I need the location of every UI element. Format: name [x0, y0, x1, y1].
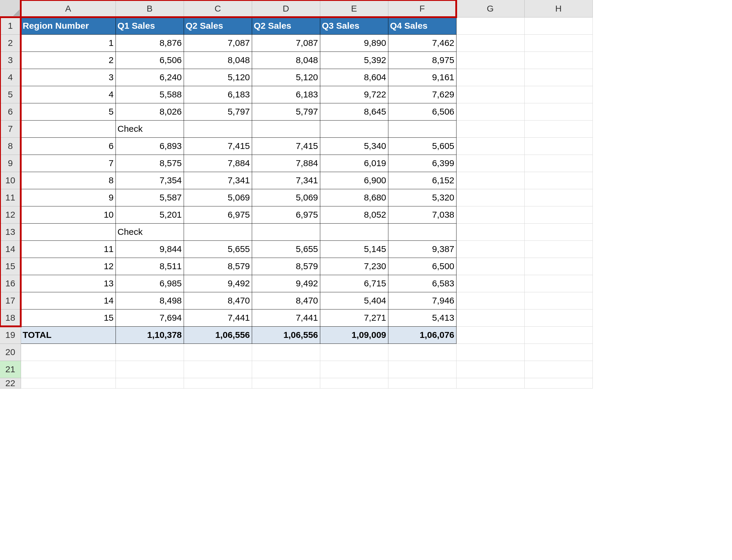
cell-C4[interactable]: 5,120 — [184, 69, 252, 86]
cell-D4[interactable]: 5,120 — [252, 69, 320, 86]
cell-E21[interactable] — [320, 361, 388, 378]
cell-B8[interactable]: 6,893 — [115, 137, 184, 155]
cell-A3[interactable]: 2 — [21, 52, 115, 69]
cell-H20[interactable] — [524, 344, 593, 361]
cell-F10[interactable]: 6,152 — [388, 172, 456, 189]
row-header-19[interactable]: 19 — [0, 326, 21, 344]
cell-G17[interactable] — [456, 292, 524, 309]
row-header-1[interactable]: 1 — [0, 17, 21, 34]
cell-F14[interactable]: 9,387 — [388, 240, 456, 258]
cell-C14[interactable]: 5,655 — [184, 240, 252, 258]
cell-C10[interactable]: 7,341 — [184, 172, 252, 189]
cell-D7[interactable] — [252, 120, 320, 137]
cell-G21[interactable] — [456, 361, 524, 378]
cell-H16[interactable] — [524, 275, 593, 292]
cell-G14[interactable] — [456, 240, 524, 258]
cell-B14[interactable]: 9,844 — [115, 240, 184, 258]
cell-A21[interactable] — [21, 361, 115, 378]
cell-H10[interactable] — [524, 172, 593, 189]
cell-H4[interactable] — [524, 69, 593, 86]
cell-C21[interactable] — [184, 361, 252, 378]
row-header-7[interactable]: 7 — [0, 120, 21, 137]
cell-D18[interactable]: 7,441 — [252, 309, 320, 326]
cell-G19[interactable] — [456, 326, 524, 344]
cell-G13[interactable] — [456, 223, 524, 240]
cell-C6[interactable]: 5,797 — [184, 103, 252, 120]
cell-C7[interactable] — [184, 120, 252, 137]
cell-F3[interactable]: 8,975 — [388, 52, 456, 69]
cell-G7[interactable] — [456, 120, 524, 137]
cell-D8[interactable]: 7,415 — [252, 137, 320, 155]
column-header-D[interactable]: D — [252, 0, 320, 17]
cell-H18[interactable] — [524, 309, 593, 326]
cell-D11[interactable]: 5,069 — [252, 189, 320, 206]
cell-B7[interactable]: Check — [115, 120, 184, 137]
cell-D12[interactable]: 6,975 — [252, 206, 320, 223]
cell-A15[interactable]: 12 — [21, 258, 115, 275]
cell-B11[interactable]: 5,587 — [115, 189, 184, 206]
cell-B15[interactable]: 8,511 — [115, 258, 184, 275]
cell-B10[interactable]: 7,354 — [115, 172, 184, 189]
cell-D9[interactable]: 7,884 — [252, 155, 320, 172]
cell-G11[interactable] — [456, 189, 524, 206]
cell-C5[interactable]: 6,183 — [184, 86, 252, 103]
column-header-H[interactable]: H — [524, 0, 593, 17]
cell-H6[interactable] — [524, 103, 593, 120]
spreadsheet-grid[interactable]: ABCDEFGH 1Region NumberQ1 SalesQ2 SalesQ… — [0, 0, 593, 389]
cell-B20[interactable] — [115, 344, 184, 361]
cell-B17[interactable]: 8,498 — [115, 292, 184, 309]
column-header-E[interactable]: E — [320, 0, 388, 17]
column-header-A[interactable]: A — [21, 0, 115, 17]
row-header-3[interactable]: 3 — [0, 52, 21, 69]
cell-F15[interactable]: 6,500 — [388, 258, 456, 275]
cell-B22[interactable] — [115, 378, 184, 388]
cell-B9[interactable]: 8,575 — [115, 155, 184, 172]
cell-D5[interactable]: 6,183 — [252, 86, 320, 103]
cell-G8[interactable] — [456, 137, 524, 155]
cell-D10[interactable]: 7,341 — [252, 172, 320, 189]
cell-H2[interactable] — [524, 34, 593, 52]
cell-C15[interactable]: 8,579 — [184, 258, 252, 275]
row-header-9[interactable]: 9 — [0, 155, 21, 172]
cell-E17[interactable]: 5,404 — [320, 292, 388, 309]
table-header-D[interactable]: Q2 Sales — [252, 17, 320, 34]
cell-H13[interactable] — [524, 223, 593, 240]
cell-C3[interactable]: 8,048 — [184, 52, 252, 69]
row-header-8[interactable]: 8 — [0, 137, 21, 155]
cell-C18[interactable]: 7,441 — [184, 309, 252, 326]
row-header-10[interactable]: 10 — [0, 172, 21, 189]
cell-G12[interactable] — [456, 206, 524, 223]
cell-A8[interactable]: 6 — [21, 137, 115, 155]
cell-E6[interactable]: 8,645 — [320, 103, 388, 120]
cell-H21[interactable] — [524, 361, 593, 378]
cell-E18[interactable]: 7,271 — [320, 309, 388, 326]
cell-C9[interactable]: 7,884 — [184, 155, 252, 172]
total-D[interactable]: 1,06,556 — [252, 326, 320, 344]
cell-A9[interactable]: 7 — [21, 155, 115, 172]
cell-E16[interactable]: 6,715 — [320, 275, 388, 292]
cell-F22[interactable] — [388, 378, 456, 388]
cell-D20[interactable] — [252, 344, 320, 361]
row-header-16[interactable]: 16 — [0, 275, 21, 292]
cell-D17[interactable]: 8,470 — [252, 292, 320, 309]
cell-G4[interactable] — [456, 69, 524, 86]
cell-D15[interactable]: 8,579 — [252, 258, 320, 275]
row-header-17[interactable]: 17 — [0, 292, 21, 309]
cell-G20[interactable] — [456, 344, 524, 361]
cell-A2[interactable]: 1 — [21, 34, 115, 52]
row-header-6[interactable]: 6 — [0, 103, 21, 120]
cell-A14[interactable]: 11 — [21, 240, 115, 258]
cell-C12[interactable]: 6,975 — [184, 206, 252, 223]
cell-E10[interactable]: 6,900 — [320, 172, 388, 189]
table-header-B[interactable]: Q1 Sales — [115, 17, 184, 34]
row-header-12[interactable]: 12 — [0, 206, 21, 223]
cell-C13[interactable] — [184, 223, 252, 240]
cell-B6[interactable]: 8,026 — [115, 103, 184, 120]
row-header-21[interactable]: 21 — [0, 361, 21, 378]
cell-H5[interactable] — [524, 86, 593, 103]
cell-C22[interactable] — [184, 378, 252, 388]
cell-H7[interactable] — [524, 120, 593, 137]
cell-G1[interactable] — [456, 17, 524, 34]
cell-G10[interactable] — [456, 172, 524, 189]
cell-F6[interactable]: 6,506 — [388, 103, 456, 120]
